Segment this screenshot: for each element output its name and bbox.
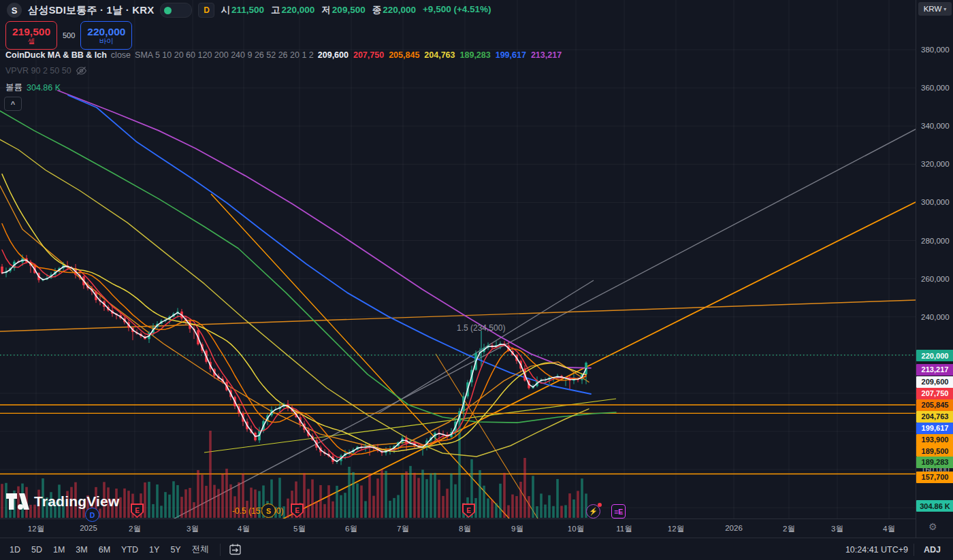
price-label-chip[interactable]: 157,700 — [916, 472, 953, 483]
price-label-chip[interactable]: 213,217 — [916, 364, 953, 376]
event-badge-x[interactable]: ⚡ — [586, 504, 600, 518]
time-axis[interactable]: 12월20252월3월4월5월6월7월8월9월10월11월12월20262월3월… — [0, 518, 916, 538]
clock[interactable]: 10:24:41 UTC+9 — [845, 545, 908, 555]
vpvr-legend[interactable]: VPVR 90 2 50 50 — [5, 66, 87, 76]
range-button-5Y[interactable]: 5Y — [165, 542, 186, 557]
symbol-logo[interactable]: S — [7, 3, 22, 18]
indicator-value: 207,750 — [353, 50, 384, 60]
event-badge-E[interactable]: E — [131, 504, 144, 518]
range-button-1M[interactable]: 1M — [48, 542, 70, 557]
ohlc-readout: 시211,500 고220,000 저209,500 종220,000 +9,5… — [221, 4, 491, 16]
volume-bar — [205, 486, 208, 518]
price-tick-label: 280,000 — [921, 237, 950, 245]
symbol-title[interactable]: 삼성SDI보통주 · 1날 · KRX — [28, 4, 154, 17]
range-button-YTD[interactable]: YTD — [116, 542, 144, 557]
volume-bar — [217, 489, 220, 518]
tradingview-logo-icon — [5, 493, 30, 510]
range-button-전체[interactable]: 전체 — [187, 541, 214, 558]
event-badge-E[interactable]: E — [291, 504, 304, 518]
market-status-toggle[interactable] — [160, 3, 192, 18]
indicator-name: CoinDuck MA & BB & Ich — [5, 50, 107, 60]
volume-bar — [344, 493, 346, 518]
volume-bar — [417, 478, 420, 518]
range-button-1D[interactable]: 1D — [4, 542, 26, 557]
range-button-3M[interactable]: 3M — [70, 542, 93, 557]
price-label-chip[interactable]: 193,900 — [916, 434, 953, 446]
volume-bar — [184, 489, 187, 518]
indicator-legend[interactable]: CoinDuck MA & BB & Ich close SMA 5 10 20… — [5, 50, 566, 60]
volume-bar — [360, 485, 363, 518]
range-button-1Y[interactable]: 1Y — [144, 542, 165, 557]
price-label-chip[interactable]: 220,000 — [916, 350, 953, 361]
event-badge-E[interactable]: E — [462, 504, 475, 518]
event-badge-xE[interactable]: ≡E — [611, 504, 626, 518]
event-badge-S[interactable]: S — [261, 504, 276, 518]
volume-bar — [548, 495, 551, 518]
volume-bar — [372, 496, 375, 518]
range-button-5D[interactable]: 5D — [26, 542, 48, 557]
event-badge-D[interactable]: D — [85, 508, 99, 522]
price-tick-label: 380,000 — [921, 46, 950, 54]
volume-bar — [552, 506, 555, 518]
volume-bar — [1, 484, 3, 518]
time-tick-label: 11월 — [616, 524, 632, 534]
close-value: 220,000 — [383, 5, 416, 15]
collapse-legend-button[interactable]: ^ — [4, 97, 22, 111]
price-tick-label: 300,000 — [921, 198, 950, 206]
volume-bar — [519, 482, 522, 518]
price-label-chip[interactable]: 189,283 — [916, 457, 953, 468]
volume-bar — [323, 504, 326, 518]
price-axis[interactable]: KRW ▾ ⚙ 380,000360,000340,000320,000300,… — [916, 0, 953, 538]
high-label: 고 — [271, 5, 280, 15]
price-label-chip[interactable]: 189,500 — [916, 445, 953, 457]
price-label-chip[interactable]: 205,845 — [916, 399, 953, 411]
bottom-toolbar: 1D5D1M3M6MYTD1Y5Y전체 10:24:41 UTC+9 ADJ — [0, 538, 953, 560]
timeframe-badge[interactable]: D — [198, 3, 214, 18]
sell-label: 셀 — [28, 37, 35, 46]
buy-button[interactable]: 220,000 바이 — [80, 21, 132, 50]
sell-price: 219,500 — [12, 26, 50, 37]
price-label-chip[interactable]: 209,600 — [916, 376, 953, 388]
tradingview-app: S 삼성SDI보통주 · 1날 · KRX D 시211,500 고220,00… — [0, 0, 953, 560]
volume-bar — [458, 421, 461, 518]
adj-toggle[interactable]: ADJ — [920, 544, 945, 556]
volume-bar — [442, 496, 445, 518]
indicator-value: 199,617 — [496, 50, 526, 60]
high-value: 220,000 — [282, 5, 315, 15]
currency-dropdown[interactable]: KRW ▾ — [918, 2, 952, 16]
volume-bar — [180, 497, 183, 518]
price-label-chip[interactable]: 204,763 — [916, 411, 953, 423]
volume-bar — [434, 473, 436, 518]
chart-pane[interactable]: S 삼성SDI보통주 · 1날 · KRX D 시211,500 고220,00… — [0, 0, 916, 518]
time-tick-label: 2026 — [725, 524, 743, 532]
price-label-chip[interactable]: 199,617 — [916, 423, 953, 434]
volume-bar — [523, 458, 526, 518]
toolbar-right: 10:24:41 UTC+9 ADJ — [845, 544, 953, 556]
volume-legend[interactable]: 볼륨 304.86 K — [5, 82, 61, 93]
ma-line-SMA20 — [2, 174, 586, 452]
volume-bar — [405, 472, 408, 518]
volume-bar — [568, 493, 571, 518]
ma-line-SMA5 — [2, 250, 586, 457]
volume-bar — [368, 474, 371, 518]
indicator-value: 205,845 — [389, 50, 419, 60]
volume-title: 볼륨 — [5, 82, 22, 93]
trendline — [204, 399, 616, 452]
volume-bar — [487, 498, 489, 518]
vpvr-title: VPVR 90 2 50 50 — [5, 66, 71, 76]
price-chart-canvas[interactable] — [0, 0, 916, 518]
go-to-date-button[interactable] — [226, 542, 244, 557]
price-label-chip[interactable]: 207,750 — [916, 388, 953, 399]
volume-bar — [123, 489, 126, 518]
axis-settings-gear-icon[interactable]: ⚙ — [928, 521, 937, 532]
volume-bar — [221, 474, 224, 518]
sell-button[interactable]: 219,500 셀 — [5, 21, 57, 50]
toolbar-divider — [220, 544, 221, 556]
range-button-6M[interactable]: 6M — [93, 542, 116, 557]
eye-off-icon[interactable] — [76, 66, 87, 76]
volume-bar — [511, 495, 514, 518]
volume-bar — [446, 489, 449, 518]
low-value: 209,500 — [332, 5, 366, 15]
buy-label: 바이 — [99, 37, 114, 46]
volume-bar — [197, 470, 199, 518]
